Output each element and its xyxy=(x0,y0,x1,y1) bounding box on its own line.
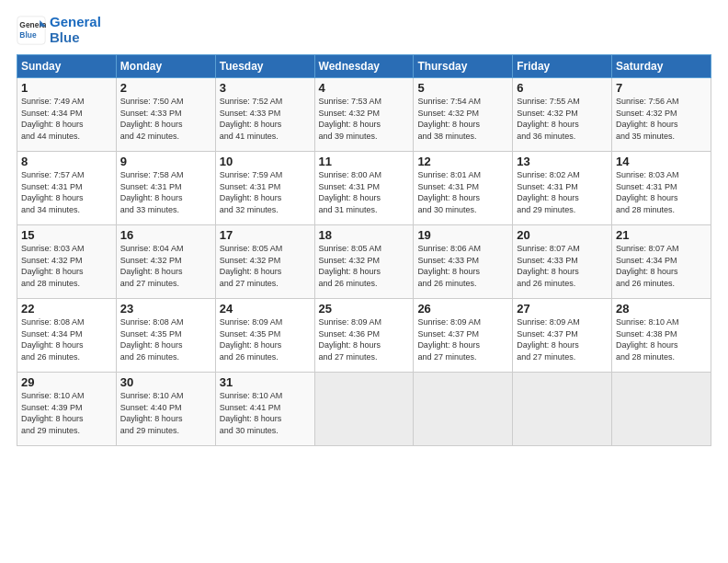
day-number: 10 xyxy=(220,155,311,168)
calendar-cell: 7Sunrise: 7:56 AM Sunset: 4:32 PM Daylig… xyxy=(612,78,711,152)
day-number: 23 xyxy=(120,302,211,316)
calendar-cell xyxy=(513,373,612,446)
day-info: Sunrise: 8:09 AM Sunset: 4:36 PM Dayligh… xyxy=(319,316,410,362)
day-number: 31 xyxy=(220,375,311,389)
day-info: Sunrise: 8:01 AM Sunset: 4:31 PM Dayligh… xyxy=(417,169,508,215)
day-info: Sunrise: 8:03 AM Sunset: 4:31 PM Dayligh… xyxy=(616,169,707,215)
calendar-week-1: 1Sunrise: 7:49 AM Sunset: 4:34 PM Daylig… xyxy=(17,78,711,152)
day-number: 1 xyxy=(21,81,112,95)
day-number: 25 xyxy=(319,302,410,316)
day-info: Sunrise: 7:53 AM Sunset: 4:32 PM Dayligh… xyxy=(319,96,410,142)
calendar-cell: 8Sunrise: 7:57 AM Sunset: 4:31 PM Daylig… xyxy=(17,152,117,225)
day-info: Sunrise: 8:03 AM Sunset: 4:32 PM Dayligh… xyxy=(21,243,112,289)
day-number: 22 xyxy=(21,302,112,316)
logo-text: GeneralBlue xyxy=(50,15,101,45)
day-info: Sunrise: 8:04 AM Sunset: 4:32 PM Dayligh… xyxy=(120,243,211,289)
day-info: Sunrise: 8:09 AM Sunset: 4:37 PM Dayligh… xyxy=(417,316,508,362)
calendar-cell: 31Sunrise: 8:10 AM Sunset: 4:41 PM Dayli… xyxy=(215,373,314,446)
calendar-cell: 3Sunrise: 7:52 AM Sunset: 4:33 PM Daylig… xyxy=(215,78,314,152)
day-info: Sunrise: 7:58 AM Sunset: 4:31 PM Dayligh… xyxy=(120,169,211,215)
header-sunday: Sunday xyxy=(17,55,117,78)
day-number: 15 xyxy=(21,228,112,242)
calendar-cell: 28Sunrise: 8:10 AM Sunset: 4:38 PM Dayli… xyxy=(612,299,711,373)
calendar-cell: 1Sunrise: 7:49 AM Sunset: 4:34 PM Daylig… xyxy=(17,78,117,152)
calendar-week-5: 29Sunrise: 8:10 AM Sunset: 4:39 PM Dayli… xyxy=(17,373,711,446)
day-number: 3 xyxy=(220,81,311,95)
day-info: Sunrise: 8:10 AM Sunset: 4:39 PM Dayligh… xyxy=(21,390,112,436)
day-number: 20 xyxy=(517,228,608,242)
day-info: Sunrise: 8:10 AM Sunset: 4:41 PM Dayligh… xyxy=(220,390,311,436)
day-info: Sunrise: 8:05 AM Sunset: 4:32 PM Dayligh… xyxy=(220,243,311,289)
calendar-header-row: SundayMondayTuesdayWednesdayThursdayFrid… xyxy=(17,55,711,78)
calendar-cell: 29Sunrise: 8:10 AM Sunset: 4:39 PM Dayli… xyxy=(17,373,117,446)
header-monday: Monday xyxy=(116,55,215,78)
calendar-cell: 14Sunrise: 8:03 AM Sunset: 4:31 PM Dayli… xyxy=(612,152,711,225)
day-number: 30 xyxy=(120,375,211,389)
day-number: 9 xyxy=(120,155,211,168)
calendar-cell xyxy=(414,373,513,446)
header-wednesday: Wednesday xyxy=(314,55,414,78)
day-info: Sunrise: 8:09 AM Sunset: 4:35 PM Dayligh… xyxy=(220,316,311,362)
day-number: 16 xyxy=(120,228,211,242)
day-info: Sunrise: 8:10 AM Sunset: 4:38 PM Dayligh… xyxy=(616,316,707,362)
day-number: 21 xyxy=(616,228,707,242)
logo: General Blue GeneralBlue xyxy=(17,15,101,45)
calendar-cell: 5Sunrise: 7:54 AM Sunset: 4:32 PM Daylig… xyxy=(414,78,513,152)
calendar-cell: 21Sunrise: 8:07 AM Sunset: 4:34 PM Dayli… xyxy=(612,225,711,299)
calendar-cell: 10Sunrise: 7:59 AM Sunset: 4:31 PM Dayli… xyxy=(215,152,314,225)
day-info: Sunrise: 7:55 AM Sunset: 4:32 PM Dayligh… xyxy=(517,96,608,142)
day-info: Sunrise: 7:59 AM Sunset: 4:31 PM Dayligh… xyxy=(220,169,311,215)
day-info: Sunrise: 7:56 AM Sunset: 4:32 PM Dayligh… xyxy=(616,96,707,142)
day-info: Sunrise: 8:07 AM Sunset: 4:34 PM Dayligh… xyxy=(616,243,707,289)
day-info: Sunrise: 8:10 AM Sunset: 4:40 PM Dayligh… xyxy=(120,390,211,436)
svg-text:Blue: Blue xyxy=(19,29,37,39)
day-number: 24 xyxy=(220,302,311,316)
day-number: 29 xyxy=(21,375,112,389)
day-number: 5 xyxy=(417,81,508,95)
header-saturday: Saturday xyxy=(612,55,711,78)
day-number: 17 xyxy=(220,228,311,242)
calendar-cell: 20Sunrise: 8:07 AM Sunset: 4:33 PM Dayli… xyxy=(513,225,612,299)
day-number: 13 xyxy=(517,155,608,168)
calendar-cell: 17Sunrise: 8:05 AM Sunset: 4:32 PM Dayli… xyxy=(215,225,314,299)
calendar-cell: 4Sunrise: 7:53 AM Sunset: 4:32 PM Daylig… xyxy=(314,78,414,152)
day-number: 19 xyxy=(417,228,508,242)
day-number: 8 xyxy=(21,155,112,168)
calendar-cell: 6Sunrise: 7:55 AM Sunset: 4:32 PM Daylig… xyxy=(513,78,612,152)
header-thursday: Thursday xyxy=(414,55,513,78)
calendar-table: SundayMondayTuesdayWednesdayThursdayFrid… xyxy=(17,54,711,446)
day-info: Sunrise: 8:07 AM Sunset: 4:33 PM Dayligh… xyxy=(517,243,608,289)
header-tuesday: Tuesday xyxy=(215,55,314,78)
calendar-cell: 15Sunrise: 8:03 AM Sunset: 4:32 PM Dayli… xyxy=(17,225,117,299)
calendar-cell xyxy=(314,373,414,446)
day-number: 18 xyxy=(319,228,410,242)
calendar-cell: 19Sunrise: 8:06 AM Sunset: 4:33 PM Dayli… xyxy=(414,225,513,299)
day-info: Sunrise: 8:05 AM Sunset: 4:32 PM Dayligh… xyxy=(319,243,410,289)
day-number: 7 xyxy=(616,81,707,95)
day-number: 6 xyxy=(517,81,608,95)
day-info: Sunrise: 8:06 AM Sunset: 4:33 PM Dayligh… xyxy=(417,243,508,289)
calendar-cell: 26Sunrise: 8:09 AM Sunset: 4:37 PM Dayli… xyxy=(414,299,513,373)
day-info: Sunrise: 7:50 AM Sunset: 4:33 PM Dayligh… xyxy=(120,96,211,142)
calendar-cell: 13Sunrise: 8:02 AM Sunset: 4:31 PM Dayli… xyxy=(513,152,612,225)
day-info: Sunrise: 7:49 AM Sunset: 4:34 PM Dayligh… xyxy=(21,96,112,142)
logo-icon: General Blue xyxy=(17,16,46,45)
day-number: 28 xyxy=(616,302,707,316)
calendar-week-2: 8Sunrise: 7:57 AM Sunset: 4:31 PM Daylig… xyxy=(17,152,711,225)
day-info: Sunrise: 8:08 AM Sunset: 4:34 PM Dayligh… xyxy=(21,316,112,362)
calendar-cell: 27Sunrise: 8:09 AM Sunset: 4:37 PM Dayli… xyxy=(513,299,612,373)
day-number: 12 xyxy=(417,155,508,168)
day-info: Sunrise: 8:02 AM Sunset: 4:31 PM Dayligh… xyxy=(517,169,608,215)
calendar-cell: 18Sunrise: 8:05 AM Sunset: 4:32 PM Dayli… xyxy=(314,225,414,299)
calendar-cell xyxy=(612,373,711,446)
calendar-cell: 11Sunrise: 8:00 AM Sunset: 4:31 PM Dayli… xyxy=(314,152,414,225)
calendar-week-3: 15Sunrise: 8:03 AM Sunset: 4:32 PM Dayli… xyxy=(17,225,711,299)
day-info: Sunrise: 7:57 AM Sunset: 4:31 PM Dayligh… xyxy=(21,169,112,215)
calendar-cell: 16Sunrise: 8:04 AM Sunset: 4:32 PM Dayli… xyxy=(116,225,215,299)
page-header: General Blue GeneralBlue xyxy=(17,15,711,45)
calendar-cell: 9Sunrise: 7:58 AM Sunset: 4:31 PM Daylig… xyxy=(116,152,215,225)
calendar-cell: 24Sunrise: 8:09 AM Sunset: 4:35 PM Dayli… xyxy=(215,299,314,373)
calendar-cell: 23Sunrise: 8:08 AM Sunset: 4:35 PM Dayli… xyxy=(116,299,215,373)
day-info: Sunrise: 8:00 AM Sunset: 4:31 PM Dayligh… xyxy=(319,169,410,215)
calendar-cell: 30Sunrise: 8:10 AM Sunset: 4:40 PM Dayli… xyxy=(116,373,215,446)
